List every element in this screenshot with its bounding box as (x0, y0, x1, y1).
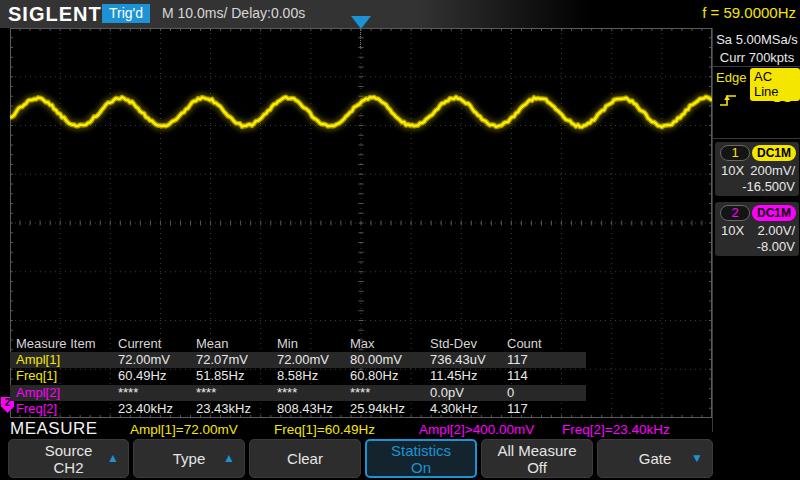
ch1-waveform-trace (10, 97, 712, 127)
cell: 8.58Hz (277, 368, 350, 384)
table-row-ampl2: Ampl[2] **** **** **** **** 0.0pV 0 (10, 385, 586, 401)
cell: 0 (507, 385, 586, 401)
cell: **** (196, 385, 277, 401)
row-label: Freq[2] (16, 401, 118, 417)
cell: 72.00mV (118, 352, 196, 368)
cell: 4.30kHz (430, 401, 507, 417)
oscilloscope-screen: SIGLENT Trig'd M 10.0ms/ Delay:0.00s f =… (0, 0, 800, 480)
softkey-menu: Source CH2 ▲ Type ▲ Clear Statistics On … (0, 437, 800, 480)
divider (713, 66, 800, 67)
button-label: Clear (287, 450, 323, 467)
channel2-coupling-badge: DC1M (752, 205, 796, 221)
channel1-coupling-badge: DC1M (752, 145, 796, 161)
readout-ampl1: Ampl[1]=72.00mV (130, 422, 238, 437)
memory-depth-readout: Curr 700kpts (713, 50, 800, 65)
measure-table-header: Measure Item Current Mean Min Max Std-De… (10, 336, 586, 352)
col-max: Max (350, 336, 430, 352)
trigger-status-badge: Trig'd (102, 4, 150, 23)
channel1-info-box[interactable]: 1 DC1M 10X 200mV/ -16.500V (715, 142, 799, 196)
chevron-up-icon: ▲ (223, 449, 235, 466)
button-value: On (411, 459, 431, 476)
channel2-scale: 2.00V/ (757, 223, 795, 238)
button-value: CH2 (53, 459, 83, 476)
chevron-down-icon: ▼ (691, 449, 703, 466)
channel1-badge: 1 (720, 145, 750, 161)
cell: 25.94kHz (350, 401, 430, 417)
button-label: Gate (639, 450, 672, 467)
readout-freq2: Freq[2]=23.40kHz (562, 422, 670, 437)
table-row-freq1: Freq[1] 60.49Hz 51.85Hz 8.58Hz 60.80Hz 1… (10, 368, 586, 384)
menu-title: MEASURE (10, 419, 98, 439)
frequency-counter: f = 59.0000Hz (702, 4, 796, 21)
cell: 736.43uV (430, 352, 507, 368)
channel2-offset: -8.00V (757, 239, 795, 254)
cell: 60.80Hz (350, 368, 430, 384)
cell: 808.43Hz (277, 401, 350, 417)
trigger-type-label: Edge (716, 70, 746, 85)
sample-rate-readout: Sa 5.00MSa/s (713, 32, 800, 47)
col-min: Min (277, 336, 350, 352)
readout-ampl2: Ampl[2]>400.00mV (419, 422, 534, 437)
row-label: Ampl[1] (16, 352, 118, 368)
rising-edge-icon (719, 92, 737, 108)
chevron-up-icon: ▲ (107, 449, 119, 466)
button-label: Type (173, 450, 206, 467)
col-measure-item: Measure Item (16, 336, 118, 352)
button-value: Off (527, 459, 547, 476)
cell: 114 (507, 368, 586, 384)
siglent-logo: SIGLENT (8, 3, 102, 26)
cell: 11.45Hz (430, 368, 507, 384)
cell: 23.40kHz (118, 401, 196, 417)
cell: 51.85Hz (196, 368, 277, 384)
cell: 117 (507, 401, 586, 417)
clear-button[interactable]: Clear (249, 439, 361, 478)
statistics-button[interactable]: Statistics On (365, 439, 477, 478)
channel2-info-box[interactable]: 2 DC1M 10X 2.00V/ -8.00V (715, 202, 799, 256)
table-row-freq2: Freq[2] 23.40kHz 23.43kHz 808.43Hz 25.94… (10, 401, 586, 417)
all-measure-button[interactable]: All Measure Off (481, 439, 593, 478)
measure-statistics-table: Measure Item Current Mean Min Max Std-De… (10, 336, 586, 417)
channel1-probe: 10X (721, 163, 744, 178)
button-label: Source (45, 442, 93, 459)
source-button[interactable]: Source CH2 ▲ (8, 439, 129, 478)
right-info-panel: Sa 5.00MSa/s Curr 700kpts Edge AC Line D… (712, 28, 800, 432)
cell: 0.0pV (430, 385, 507, 401)
readout-freq1: Freq[1]=60.49Hz (274, 422, 375, 437)
cell: 60.49Hz (118, 368, 196, 384)
channel2-probe: 10X (721, 223, 744, 238)
gate-button[interactable]: Gate ▼ (597, 439, 713, 478)
timebase-readout: M 10.0ms/ Delay:0.00s (162, 5, 305, 21)
divider (713, 138, 800, 139)
channel1-scale: 200mV/ (750, 163, 795, 178)
type-button[interactable]: Type ▲ (133, 439, 245, 478)
cell: 117 (507, 352, 586, 368)
table-row-ampl1: Ampl[1] 72.00mV 72.07mV 72.00mV 80.00mV … (10, 352, 586, 368)
cell: **** (277, 385, 350, 401)
top-status-bar: SIGLENT Trig'd M 10.0ms/ Delay:0.00s f =… (0, 0, 800, 28)
cell: 72.00mV (277, 352, 350, 368)
cell: 72.07mV (196, 352, 277, 368)
col-count: Count (507, 336, 586, 352)
row-label: Freq[1] (16, 368, 118, 384)
cell: **** (350, 385, 430, 401)
measure-status-bar: MEASURE Ampl[1]=72.00mV Freq[1]=60.49Hz … (0, 419, 800, 437)
button-label: Statistics (391, 442, 451, 459)
col-mean: Mean (196, 336, 277, 352)
cell: 23.43kHz (196, 401, 277, 417)
channel1-offset: -16.500V (742, 179, 795, 194)
cell: **** (118, 385, 196, 401)
col-stddev: Std-Dev (430, 336, 507, 352)
col-current: Current (118, 336, 196, 352)
channel2-badge: 2 (720, 205, 750, 221)
button-label: All Measure (497, 442, 576, 459)
trigger-coupling-label: DC (773, 90, 792, 105)
row-label: Ampl[2] (16, 385, 118, 401)
cell: 80.00mV (350, 352, 430, 368)
